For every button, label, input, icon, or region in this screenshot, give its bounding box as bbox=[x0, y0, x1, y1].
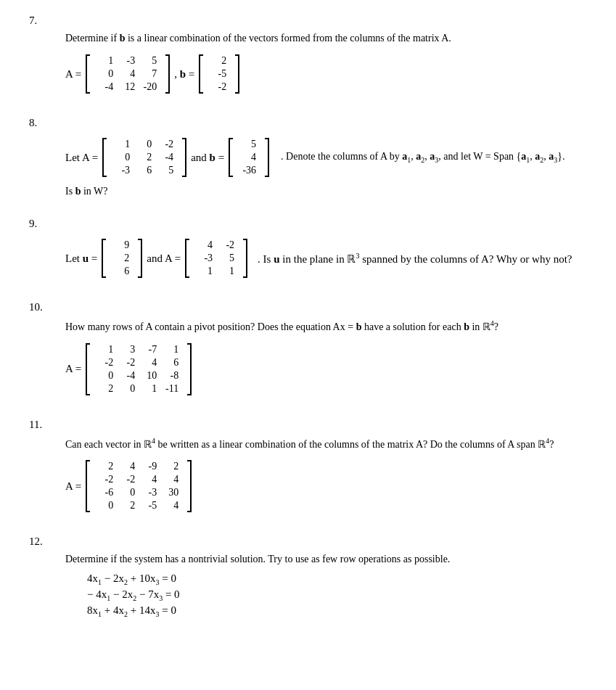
problem-11-content: Can each vector in ℝ4 be written as a li… bbox=[65, 437, 587, 516]
bracket-right bbox=[138, 239, 142, 278]
problem-9-number: 9. bbox=[29, 218, 587, 230]
matrix-a-9: 4 -2 -3 5 1 1 bbox=[185, 239, 247, 278]
matrix-row: 9 bbox=[109, 239, 135, 252]
matrix-row: 0 4 7 bbox=[93, 67, 163, 81]
problem-10-content: How many rows of A contain a pivot posit… bbox=[65, 319, 587, 398]
matrix-row: 2 0 1 -11 bbox=[93, 382, 184, 395]
matrix-row: 6 bbox=[109, 265, 135, 278]
matrix-row: 1 0 -2 bbox=[110, 138, 179, 151]
and-a-label: and A = bbox=[147, 252, 181, 265]
problem-7-matrices: A = 1 -3 5 0 4 7 -4 12 bbox=[65, 52, 587, 96]
matrix-row: -4 12 -20 bbox=[93, 81, 163, 94]
matrix-a-label: A = bbox=[65, 68, 81, 81]
matrix-row: 2 4 -9 2 bbox=[93, 460, 184, 473]
bracket-left bbox=[102, 239, 106, 278]
vector-b-7: 2 -5 -2 bbox=[199, 54, 239, 94]
bracket-right bbox=[187, 460, 192, 512]
bracket-right bbox=[187, 343, 192, 395]
bracket-left bbox=[102, 138, 107, 177]
problem-12-content: Determine if the system has a nontrivial… bbox=[65, 554, 587, 618]
problem-9-content: Let u = 9 2 6 and A = bbox=[65, 236, 587, 281]
equation-2: − 4x1 − 2x2 − 7x3 = 0 bbox=[87, 588, 587, 602]
problem-10-text: How many rows of A contain a pivot posit… bbox=[65, 319, 587, 333]
problem-11-text: Can each vector in ℝ4 be written as a li… bbox=[65, 437, 587, 451]
problem-7-text: Determine if b is a linear combination o… bbox=[65, 33, 587, 44]
problem-8-content: Let A = 1 0 -2 0 2 -4 -3 bbox=[65, 135, 587, 197]
matrix-row: -6 0 -3 30 bbox=[93, 486, 184, 499]
vector-b-8: 5 4 -36 bbox=[229, 138, 269, 177]
denote-text: . Denote the columns of A by a1, a2, a3,… bbox=[281, 151, 564, 164]
equation-3: 8x1 + 4x2 + 14x3 = 0 bbox=[87, 604, 587, 618]
bracket-left bbox=[199, 54, 203, 94]
problem-8-matrices: Let A = 1 0 -2 0 2 -4 -3 bbox=[65, 135, 587, 180]
matrix-inner: 1 -3 5 0 4 7 -4 12 -20 bbox=[93, 54, 163, 94]
matrix-row: -3 5 bbox=[192, 252, 240, 265]
and-b-label: and b = bbox=[191, 152, 224, 164]
matrix-row: 2 bbox=[109, 252, 135, 265]
problem-9-matrices: Let u = 9 2 6 and A = bbox=[65, 236, 587, 281]
matrix-inner: 1 3 -7 1 -2 -2 4 6 0 -4 10 bbox=[93, 343, 184, 395]
problem-11-number: 11. bbox=[29, 419, 587, 431]
problem-9: 9. Let u = 9 2 6 and A = bbox=[29, 218, 587, 281]
matrix-row: -2 -2 4 6 bbox=[93, 356, 184, 369]
problem-7-content: Determine if b is a linear combination o… bbox=[65, 33, 587, 96]
matrix-row: 4 bbox=[236, 151, 262, 164]
matrix-row: 1 -3 5 bbox=[93, 54, 163, 67]
matrix-row: 5 bbox=[236, 138, 262, 151]
matrix-row: 2 bbox=[206, 54, 232, 67]
matrix-row: -2 -2 4 4 bbox=[93, 473, 184, 486]
matrix-row: 1 1 bbox=[192, 265, 240, 278]
bracket-left bbox=[86, 343, 90, 395]
matrix-inner: 2 4 -9 2 -2 -2 4 4 -6 0 -3 bbox=[93, 460, 184, 512]
matrix-row: 1 3 -7 1 bbox=[93, 343, 184, 356]
matrix-inner: 9 2 6 bbox=[109, 239, 135, 278]
let-u-label: Let u = bbox=[65, 252, 97, 265]
matrix-inner: 1 0 -2 0 2 -4 -3 6 5 bbox=[110, 138, 179, 177]
problem-12-equations: 4x1 − 2x2 + 10x3 = 0 − 4x1 − 2x2 − 7x3 =… bbox=[87, 572, 587, 618]
problem-9-question: . Is u in the plane in ℝ3 spanned by the… bbox=[258, 252, 572, 266]
vector-u-9: 9 2 6 bbox=[102, 239, 142, 278]
matrix-a-label-11: A = bbox=[65, 480, 81, 493]
is-b-in-w-text: Is b in W? bbox=[65, 186, 587, 197]
bracket-right bbox=[265, 138, 269, 177]
comma-b-label: , b = bbox=[174, 68, 194, 81]
problem-7-number: 7. bbox=[29, 15, 587, 27]
matrix-row: 0 2 -4 bbox=[110, 151, 179, 164]
bracket-right bbox=[182, 138, 186, 177]
matrix-inner: 4 -2 -3 5 1 1 bbox=[192, 239, 240, 278]
problem-10-matrix: A = 1 3 -7 1 -2 -2 4 6 bbox=[65, 340, 587, 398]
equation-1: 4x1 − 2x2 + 10x3 = 0 bbox=[87, 572, 587, 586]
bracket-left bbox=[86, 54, 90, 94]
problem-8: 8. Let A = 1 0 -2 0 2 -4 bbox=[29, 117, 587, 197]
matrix-a-11: 2 4 -9 2 -2 -2 4 4 -6 0 -3 bbox=[86, 460, 192, 512]
problem-11-matrix: A = 2 4 -9 2 -2 -2 4 4 bbox=[65, 457, 587, 515]
matrix-row: 4 -2 bbox=[192, 239, 240, 252]
problem-12-text: Determine if the system has a nontrivial… bbox=[65, 554, 587, 565]
matrix-inner: 5 4 -36 bbox=[236, 138, 262, 177]
problem-12-number: 12. bbox=[29, 535, 587, 548]
bracket-right bbox=[165, 54, 170, 94]
matrix-row: 0 -4 10 -8 bbox=[93, 369, 184, 382]
problem-12: 12. Determine if the system has a nontri… bbox=[29, 535, 587, 618]
matrix-inner: 2 -5 -2 bbox=[206, 54, 232, 94]
matrix-a-10: 1 3 -7 1 -2 -2 4 6 0 -4 10 bbox=[86, 343, 192, 395]
problem-10-number: 10. bbox=[29, 301, 587, 313]
bracket-left bbox=[86, 460, 90, 512]
problem-8-number: 8. bbox=[29, 117, 587, 129]
problem-7: 7. Determine if b is a linear combinatio… bbox=[29, 15, 587, 96]
problem-10: 10. How many rows of A contain a pivot p… bbox=[29, 301, 587, 398]
matrix-row: 0 2 -5 4 bbox=[93, 499, 184, 512]
let-a-label: Let A = bbox=[65, 152, 98, 164]
matrix-row: -2 bbox=[206, 81, 232, 94]
matrix-a-8: 1 0 -2 0 2 -4 -3 6 5 bbox=[102, 138, 186, 177]
matrix-row: -3 6 5 bbox=[110, 164, 179, 177]
bracket-right bbox=[235, 54, 239, 94]
problem-11: 11. Can each vector in ℝ4 be written as … bbox=[29, 419, 587, 516]
bracket-right bbox=[243, 239, 247, 278]
matrix-row: -5 bbox=[206, 67, 232, 81]
bracket-left bbox=[185, 239, 189, 278]
matrix-a-label-10: A = bbox=[65, 363, 81, 375]
matrix-row: -36 bbox=[236, 164, 262, 177]
bracket-left bbox=[229, 138, 233, 177]
matrix-a-7: 1 -3 5 0 4 7 -4 12 -20 bbox=[86, 54, 170, 94]
